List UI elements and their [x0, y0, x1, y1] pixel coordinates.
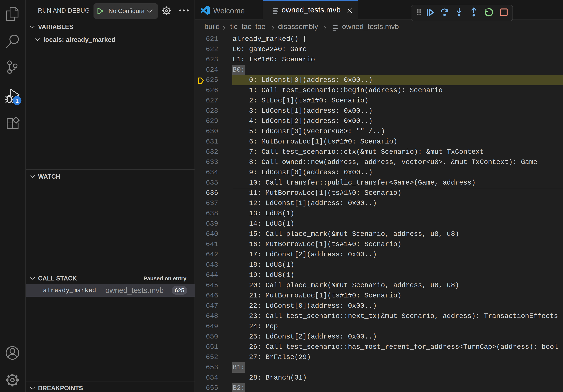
svg-text:1: 1: [15, 97, 19, 104]
